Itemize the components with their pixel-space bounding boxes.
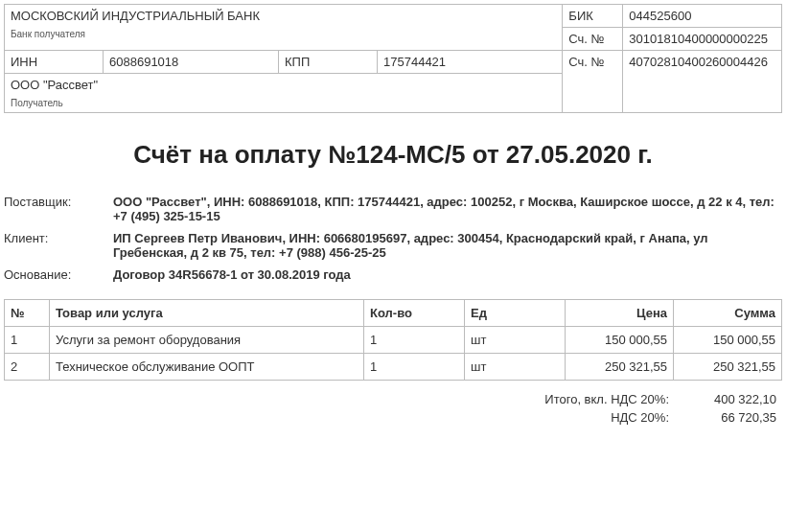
- recipient-name: ООО "Рассвет": [11, 78, 556, 92]
- recipient-bank-label: Банк получателя: [11, 29, 556, 39]
- supplier-value: ООО "Рассвет", ИНН: 6088691018, КПП: 175…: [109, 191, 782, 227]
- inn-label: ИНН: [5, 51, 104, 74]
- cell-qty: 1: [364, 327, 465, 354]
- cell-num: 2: [5, 354, 50, 381]
- cell-unit: шт: [465, 354, 566, 381]
- col-qty: Кол-во: [364, 300, 465, 327]
- cell-price: 150 000,55: [566, 327, 674, 354]
- cell-unit: шт: [465, 327, 566, 354]
- bank-requisites-table: МОСКОВСКИЙ ИНДУСТРИАЛЬНЫЙ БАНК Банк полу…: [4, 4, 782, 113]
- col-sum: Сумма: [674, 300, 782, 327]
- col-unit: Ед: [465, 300, 566, 327]
- kpp-value: 175744421: [378, 51, 563, 74]
- bik-label: БИК: [563, 5, 623, 28]
- account-label: Сч. №: [563, 51, 623, 113]
- basis-label: Основание:: [4, 264, 109, 286]
- cell-num: 1: [5, 327, 50, 354]
- items-table: № Товар или услуга Кол-во Ед Цена Сумма …: [4, 299, 782, 381]
- parties-table: Поставщик: ООО "Рассвет", ИНН: 608869101…: [4, 191, 782, 286]
- corr-account-value: 30101810400000000225: [623, 28, 782, 51]
- bank-name: МОСКОВСКИЙ ИНДУСТРИАЛЬНЫЙ БАНК: [11, 9, 556, 23]
- total-label: Итого, вкл. НДС 20%:: [4, 390, 675, 408]
- col-name: Товар или услуга: [50, 300, 364, 327]
- recipient-label: Получатель: [11, 98, 556, 108]
- cell-sum: 250 321,55: [674, 354, 782, 381]
- client-value: ИП Сергеев Петр Иванович, ИНН: 606680195…: [109, 227, 782, 264]
- total-value: 400 322,10: [675, 390, 782, 408]
- bik-value: 044525600: [623, 5, 782, 28]
- kpp-label: КПП: [279, 51, 378, 74]
- col-num: №: [5, 300, 50, 327]
- corr-account-label: Сч. №: [563, 28, 623, 51]
- account-value: 40702810400260004426: [623, 51, 782, 113]
- table-row: 1 Услуги за ремонт оборудования 1 шт 150…: [5, 327, 782, 354]
- cell-sum: 150 000,55: [674, 327, 782, 354]
- cell-price: 250 321,55: [566, 354, 674, 381]
- vat-label: НДС 20%:: [4, 408, 675, 427]
- supplier-label: Поставщик:: [4, 191, 109, 227]
- client-label: Клиент:: [4, 227, 109, 264]
- totals-table: Итого, вкл. НДС 20%: 400 322,10 НДС 20%:…: [4, 390, 782, 427]
- cell-name: Услуги за ремонт оборудования: [50, 327, 364, 354]
- cell-name: Техническое обслуживание ООПТ: [50, 354, 364, 381]
- invoice-title: Счёт на оплату №124-МС/5 от 27.05.2020 г…: [4, 140, 782, 170]
- vat-value: 66 720,35: [675, 408, 782, 427]
- table-row: 2 Техническое обслуживание ООПТ 1 шт 250…: [5, 354, 782, 381]
- basis-value: Договор 34R56678-1 от 30.08.2019 года: [109, 264, 782, 286]
- cell-qty: 1: [364, 354, 465, 381]
- col-price: Цена: [566, 300, 674, 327]
- inn-value: 6088691018: [104, 51, 279, 74]
